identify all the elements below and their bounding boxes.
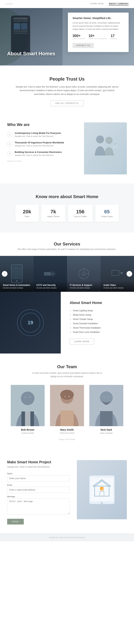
team-name-3: Nick Dark: [89, 428, 123, 431]
smart-home-illustration-icon: 📶: [86, 474, 118, 506]
services-slider: ‹ Smart Home & Automation Ut enim ad: [0, 256, 134, 292]
service-card-title-3: IT Services & Support: [70, 284, 98, 286]
who-item-1: 1 Contemporary Living Model For Everyone…: [7, 132, 77, 137]
svg-point-1: [105, 137, 113, 144]
footer-text: Sample text. Click to select the Text El…: [7, 536, 127, 538]
who-item-title-3: Building Services & Consumer Electronics: [15, 151, 62, 154]
svg-point-29: [60, 390, 74, 400]
team-member-2: Mary Smith Chief Accountant: [50, 385, 84, 434]
trust-text: Sample text. Click to select the Text El…: [15, 85, 119, 96]
svg-rect-35: [100, 411, 113, 426]
know-stat-num-3: 156: [74, 209, 87, 214]
know-stats-row: 20k Tasks 7k Happy Clients 156 Cups of C…: [7, 204, 127, 222]
stat-num-1: 300+: [72, 34, 85, 38]
navbar: logo HOME PAGE ABOUT COMPANY: [0, 0, 134, 8]
audio-video-icon: [111, 268, 124, 279]
svg-rect-6: [89, 157, 122, 166]
services-section: Our Services We offer a full range of ho…: [0, 232, 134, 292]
email-input[interactable]: [7, 487, 70, 493]
contact-form-wrap: Make Smart Home Project Sample text. Cli…: [7, 460, 77, 524]
who-item-text-3: Sample text. Click to select the Text El…: [15, 154, 62, 156]
learn-more-button[interactable]: LEARN MORE: [70, 338, 94, 344]
svg-point-26: [29, 396, 31, 398]
know-stat-label-2: Happy Clients: [47, 215, 59, 218]
svg-rect-8: [12, 267, 21, 279]
slider-left-button[interactable]: ‹: [2, 271, 7, 277]
nav-link-home[interactable]: HOME PAGE: [91, 2, 104, 6]
team-avatar-2: [50, 385, 84, 426]
team-role-2: Chief Accountant: [50, 432, 84, 434]
nav-links: HOME PAGE ABOUT COMPANY: [91, 2, 129, 6]
slider-right-button[interactable]: ›: [127, 271, 132, 277]
stat-label-1: HAPPY CLIENTS: [72, 38, 85, 40]
know-stat-2: 7k Happy Clients: [41, 204, 65, 222]
feature-list: ✓ Smart Lighting Setup ✓ Media Room Setu…: [70, 308, 125, 334]
team-section: Our Team Ut enim ad minim veniam, quis n…: [0, 354, 134, 451]
team-photo-3: [89, 385, 123, 426]
stat-label-2: YEARS OF EXPERIENCE: [88, 38, 107, 40]
who-left: Who We are 1 Contemporary Living Model F…: [7, 122, 77, 162]
who-num-1: 1: [7, 132, 12, 137]
message-input[interactable]: [7, 498, 70, 514]
form-name-group: Name: [7, 472, 70, 482]
service-card-3: IT Services & Support Ut enim ad minim v…: [67, 256, 101, 292]
see-all-products-button[interactable]: SEE ALL PRODUCTS: [50, 100, 84, 106]
feature-item-1: ✓ Smart Lighting Setup: [70, 308, 125, 313]
svg-point-34: [100, 391, 113, 404]
know-stat-num-1: 20k: [21, 209, 33, 214]
nav-link-about[interactable]: ABOUT COMPANY: [109, 2, 129, 6]
footer: Sample text. Click to select the Text El…: [0, 534, 134, 541]
svg-point-31: [64, 396, 66, 397]
svg-rect-30: [60, 410, 74, 426]
svg-point-36: [104, 396, 105, 398]
who-item-3: 3 Building Services & Consumer Electroni…: [7, 151, 77, 156]
check-icon-4: ✓: [70, 322, 71, 325]
team-member-3: Nick Dark sales manager: [89, 385, 123, 434]
know-stat-label-1: Tasks: [21, 215, 33, 218]
feature-item-4: ✓ Smart Doorbell Installation: [70, 321, 125, 326]
check-icon-6: ✓: [70, 331, 71, 334]
about-home-title: About Smart Home: [70, 301, 125, 305]
contact-us-button[interactable]: CONTACT US: [72, 43, 94, 48]
who-title: Who We are: [7, 122, 77, 127]
know-stat-1: 20k Tasks: [15, 204, 39, 222]
svg-point-32: [68, 396, 70, 397]
stat-3: 17 AWARDS: [111, 34, 117, 40]
team-title: Our Team: [7, 364, 127, 369]
smart-home-device-icon: [10, 264, 23, 284]
svg-rect-19: [112, 270, 119, 276]
who-item-title-1: Contemporary Living Model For Everyone: [15, 132, 61, 134]
contact-image: 📶: [77, 460, 127, 519]
who-item-title-2: Thousands Of Ingenious Projects Worldwid…: [15, 141, 64, 144]
about-home-section: 19 About Smart Home ✓ Smart Lighting Set…: [0, 292, 134, 354]
check-icon-3: ✓: [70, 318, 71, 320]
who-item-text-2: Sample text. Click to select the Text El…: [15, 145, 64, 147]
image-credit-who: Image from Freepik: [7, 160, 77, 162]
contact-image-wrap: 📶: [77, 460, 127, 519]
service-card-title-2: CCTV and Security: [36, 284, 64, 286]
know-section: Know more about Smart Home 20k Tasks 7k …: [0, 184, 134, 232]
stat-num-3: 17: [111, 34, 117, 38]
service-card-title-1: Smart Home & Automation: [3, 284, 31, 286]
name-input[interactable]: [7, 475, 70, 482]
svg-marker-20: [121, 272, 123, 274]
info-card: Smarter Home. Simplified Life. Lorem ips…: [68, 12, 129, 52]
svg-point-0: [96, 136, 104, 143]
know-stat-3: 156 Cups of Coffee: [68, 204, 93, 222]
stat-1: 300+ HAPPY CLIENTS: [72, 34, 85, 40]
send-button[interactable]: SEND: [7, 519, 24, 524]
team-role-3: sales manager: [89, 432, 123, 434]
check-icon-5: ✓: [70, 326, 71, 329]
cctv-camera-icon: [43, 268, 57, 279]
who-num-3: 3: [7, 151, 12, 156]
about-home-image: 19: [0, 292, 61, 354]
team-photo-2: [50, 385, 84, 426]
trust-section: People Trust Us Sample text. Click to se…: [0, 66, 134, 117]
know-stat-num-4: 65: [101, 209, 113, 214]
who-num-2: 2: [7, 142, 12, 146]
contact-title: Make Smart Home Project: [7, 460, 70, 464]
team-name-2: Mary Smith: [50, 428, 84, 431]
service-card-title-4: Audio Video: [103, 284, 131, 286]
svg-point-12: [52, 273, 54, 275]
email-label: Email: [7, 484, 70, 486]
